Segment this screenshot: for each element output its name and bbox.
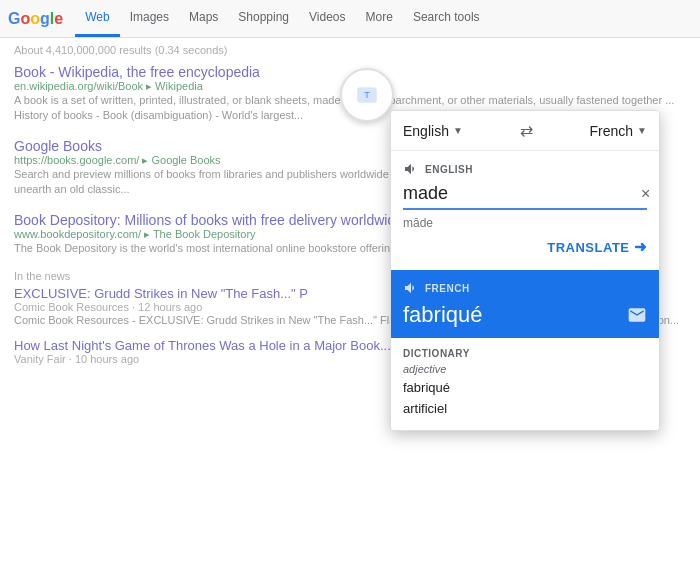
- translation-result: fabriqué: [403, 302, 647, 328]
- nav-tab-more[interactable]: More: [356, 0, 403, 37]
- source-text-input[interactable]: [403, 183, 635, 204]
- translated-text: fabriqué: [403, 302, 483, 328]
- source-language-selector[interactable]: English ▼: [403, 123, 463, 139]
- dictionary-label: DICTIONARY: [403, 348, 647, 359]
- source-section: ENGLISH × māde TRANSLATE ➜: [391, 151, 659, 270]
- target-section: FRENCH fabriqué: [391, 270, 659, 338]
- nav-tab-tools[interactable]: Search tools: [403, 0, 490, 37]
- source-language-label: English: [403, 123, 449, 139]
- translate-extension-icon: T: [355, 83, 379, 107]
- translate-button-row: TRANSLATE ➜: [403, 232, 647, 264]
- source-lang-chevron: ▼: [453, 125, 463, 136]
- svg-text:T: T: [364, 90, 370, 100]
- nav-tab-images[interactable]: Images: [120, 0, 179, 37]
- source-input-row: ×: [403, 183, 647, 210]
- email-icon[interactable]: [627, 305, 647, 325]
- translate-button[interactable]: TRANSLATE ➜: [547, 238, 647, 256]
- clear-button[interactable]: ×: [641, 185, 650, 203]
- translate-popup: English ▼ ⇄ French ▼ ENGLISH × māde: [390, 110, 660, 431]
- dict-word-2: artificiel: [403, 399, 647, 420]
- page-wrapper: Google Web Images Maps Shopping Videos M…: [0, 0, 700, 573]
- dict-word-1: fabriqué: [403, 378, 647, 399]
- dict-part-of-speech: adjective: [403, 363, 647, 375]
- nav-tab-web[interactable]: Web: [75, 0, 119, 37]
- source-label: ENGLISH: [403, 161, 647, 177]
- translate-arrow-icon: ➜: [634, 238, 648, 256]
- extension-circle[interactable]: T: [340, 68, 394, 122]
- target-language-label: French: [590, 123, 634, 139]
- phonetic-text: māde: [403, 214, 647, 232]
- dict-words: fabriqué artificiel: [403, 378, 647, 420]
- language-header: English ▼ ⇄ French ▼: [391, 111, 659, 151]
- nav-tabs: Web Images Maps Shopping Videos More Sea…: [75, 0, 489, 37]
- google-logo: Google: [8, 10, 63, 28]
- nav-tab-maps[interactable]: Maps: [179, 0, 228, 37]
- source-speaker-icon[interactable]: [403, 161, 419, 177]
- dictionary-section: DICTIONARY adjective fabriqué artificiel: [391, 338, 659, 430]
- target-speaker-icon[interactable]: [403, 280, 419, 296]
- google-nav: Google Web Images Maps Shopping Videos M…: [0, 0, 700, 38]
- swap-languages-button[interactable]: ⇄: [469, 121, 584, 140]
- nav-tab-videos[interactable]: Videos: [299, 0, 355, 37]
- target-label: FRENCH: [403, 280, 647, 296]
- target-lang-chevron: ▼: [637, 125, 647, 136]
- nav-tab-shopping[interactable]: Shopping: [228, 0, 299, 37]
- result-count: About 4,410,000,000 results (0.34 second…: [14, 44, 686, 56]
- target-language-selector[interactable]: French ▼: [590, 123, 647, 139]
